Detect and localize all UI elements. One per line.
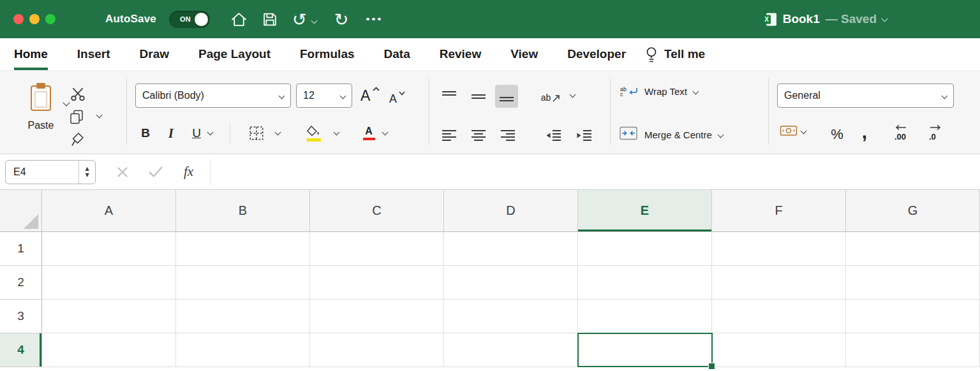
orientation-button[interactable]: ab: [536, 86, 565, 109]
fill-color-dropdown-chevron[interactable]: [334, 129, 340, 136]
name-box-stepper[interactable]: ▲ ▼: [78, 161, 95, 184]
increase-indent-button[interactable]: [573, 124, 596, 147]
italic-button[interactable]: I: [160, 122, 182, 145]
decrease-decimal-button[interactable]: .0: [921, 122, 947, 145]
tab-formulas[interactable]: Formulas: [300, 38, 355, 70]
home-icon[interactable]: [230, 11, 248, 27]
row-header-2[interactable]: 2: [0, 266, 42, 300]
column-header-C[interactable]: C: [310, 190, 444, 232]
formula-input[interactable]: [211, 154, 980, 189]
underline-dropdown-chevron[interactable]: [207, 129, 214, 136]
copy-dropdown-chevron[interactable]: [96, 112, 103, 119]
document-title-chevron[interactable]: [882, 15, 888, 22]
select-all-corner[interactable]: [0, 190, 42, 232]
save-icon[interactable]: [262, 11, 278, 27]
tab-data[interactable]: Data: [384, 38, 410, 70]
cell-G1[interactable]: [846, 232, 980, 266]
cell-C4[interactable]: [310, 333, 444, 367]
row-header-3[interactable]: 3: [0, 300, 42, 333]
font-size-combo[interactable]: 12: [296, 84, 352, 108]
tab-insert[interactable]: Insert: [77, 38, 110, 70]
cell-D3[interactable]: [444, 300, 578, 333]
font-name-chevron[interactable]: [279, 92, 285, 99]
cell-G3[interactable]: [846, 300, 980, 333]
cell-F2[interactable]: [712, 266, 846, 300]
align-bottom-button[interactable]: [495, 85, 518, 108]
borders-dropdown-chevron[interactable]: [275, 129, 281, 136]
number-format-chevron[interactable]: [942, 92, 948, 99]
insert-function-button[interactable]: fx: [184, 164, 193, 180]
row-header-4[interactable]: 4: [0, 333, 42, 367]
cell-B4[interactable]: [176, 333, 310, 367]
percent-style-button[interactable]: %: [827, 123, 847, 146]
column-header-D[interactable]: D: [444, 190, 578, 232]
undo-button[interactable]: ↺: [292, 11, 307, 28]
tab-home[interactable]: Home: [14, 38, 48, 70]
accounting-format-button[interactable]: [780, 124, 806, 137]
number-format-combo[interactable]: General: [777, 84, 954, 108]
fill-color-button[interactable]: [302, 122, 325, 145]
cell-C3[interactable]: [310, 300, 444, 333]
cell-D2[interactable]: [444, 266, 578, 300]
cell-F1[interactable]: [712, 232, 846, 266]
comma-style-button[interactable]: ,: [855, 120, 874, 143]
font-size-chevron[interactable]: [340, 92, 346, 99]
column-header-A[interactable]: A: [42, 190, 176, 232]
cell-G4[interactable]: [846, 333, 980, 367]
cell-D1[interactable]: [444, 232, 578, 266]
align-center-button[interactable]: [467, 124, 490, 147]
grow-font-button[interactable]: A: [356, 84, 382, 106]
decrease-indent-button[interactable]: [542, 124, 565, 147]
shrink-font-button[interactable]: A: [385, 86, 408, 109]
tab-view[interactable]: View: [510, 38, 538, 70]
orientation-dropdown-chevron[interactable]: [570, 92, 576, 98]
accounting-format-chevron[interactable]: [801, 127, 807, 134]
cell-C1[interactable]: [310, 232, 444, 266]
cell-B2[interactable]: [176, 266, 310, 300]
bold-button[interactable]: B: [134, 122, 157, 145]
more-commands-icon[interactable]: [366, 18, 381, 21]
merge-centre-chevron[interactable]: [717, 131, 724, 138]
merge-centre-button[interactable]: Merge & Centre: [619, 126, 723, 143]
column-header-E[interactable]: E: [578, 190, 712, 232]
column-header-B[interactable]: B: [176, 190, 310, 232]
document-title-area[interactable]: X Book1 — Saved: [762, 12, 887, 27]
tab-page-layout[interactable]: Page Layout: [198, 38, 271, 70]
cell-C2[interactable]: [310, 266, 444, 300]
font-name-combo[interactable]: Calibri (Body): [135, 84, 291, 108]
autosave-toggle[interactable]: ON: [169, 11, 210, 28]
borders-button[interactable]: [245, 122, 268, 145]
redo-button[interactable]: ↻: [334, 11, 349, 28]
cell-A3[interactable]: [42, 300, 176, 333]
underline-button[interactable]: U: [185, 122, 208, 145]
undo-dropdown-chevron[interactable]: [311, 17, 317, 24]
cell-F3[interactable]: [712, 300, 846, 333]
close-window-button[interactable]: [13, 14, 24, 24]
wrap-text-button[interactable]: abc Wrap Text: [620, 86, 698, 97]
tell-me-button[interactable]: Tell me: [645, 38, 705, 70]
font-color-dropdown-chevron[interactable]: [382, 129, 389, 136]
copy-button[interactable]: [65, 105, 88, 128]
align-right-button[interactable]: [496, 124, 519, 147]
align-left-button[interactable]: [438, 124, 461, 147]
column-header-F[interactable]: F: [712, 190, 846, 232]
column-header-G[interactable]: G: [846, 190, 980, 232]
zoom-window-button[interactable]: [45, 14, 56, 24]
align-top-button[interactable]: [438, 85, 461, 108]
cell-G2[interactable]: [846, 266, 980, 300]
cancel-entry-button[interactable]: [116, 166, 129, 178]
cut-button[interactable]: [66, 82, 89, 105]
cell-A4[interactable]: [42, 333, 176, 367]
stepper-up-icon[interactable]: ▲: [85, 166, 89, 171]
cell-B3[interactable]: [176, 300, 310, 333]
row-header-1[interactable]: 1: [0, 232, 42, 266]
name-box[interactable]: E4 ▲ ▼: [5, 160, 96, 184]
fill-handle[interactable]: [708, 363, 715, 370]
cell-F4[interactable]: [712, 333, 846, 367]
cell-B1[interactable]: [176, 232, 310, 266]
cell-A2[interactable]: [42, 266, 176, 300]
paste-button[interactable]: Paste: [17, 81, 65, 131]
tab-draw[interactable]: Draw: [140, 38, 169, 70]
stepper-down-icon[interactable]: ▼: [85, 173, 89, 178]
cell-E1[interactable]: [578, 232, 712, 266]
